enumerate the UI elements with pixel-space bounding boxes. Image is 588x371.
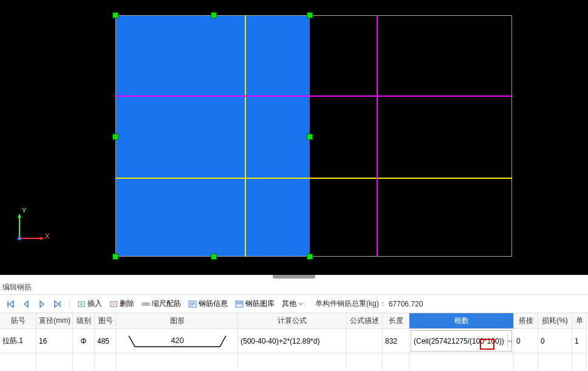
cell-count[interactable]: ⋯: [409, 329, 514, 353]
insert-label: 插入: [87, 299, 102, 309]
delete-label: 删除: [120, 299, 134, 309]
chevron-down-icon: [298, 302, 303, 307]
rebar-shape-icon: 420: [120, 331, 235, 352]
other-label: 其他: [282, 299, 296, 309]
svg-marker-3: [18, 214, 21, 218]
pane-title: 编辑钢筋: [0, 279, 588, 294]
col-formula-desc[interactable]: 公式描述: [346, 313, 383, 329]
cell-lap[interactable]: 0: [514, 329, 538, 353]
nav-next-button[interactable]: [35, 299, 49, 310]
grid-line-vertical: [245, 15, 246, 257]
col-loss[interactable]: 损耗(%): [538, 313, 572, 329]
cell-shape[interactable]: 420: [117, 329, 238, 353]
cell-formula[interactable]: (500-40-40)+2*(12.89*d): [238, 329, 346, 353]
grid-header-row: 筋号 直径(mm) 级别 图号 图形 计算公式 公式描述 长度 根数 搭接 损耗…: [0, 313, 588, 329]
col-shape-no[interactable]: 图号: [95, 313, 117, 329]
nav-first-button[interactable]: [4, 299, 17, 310]
empty-cell[interactable]: [238, 353, 346, 371]
col-single[interactable]: 单: [572, 313, 587, 329]
count-editor[interactable]: ⋯: [411, 330, 512, 352]
grip-handle[interactable]: [112, 254, 118, 260]
grip-handle[interactable]: [112, 134, 118, 140]
svg-rect-11: [240, 302, 242, 304]
grip-handle[interactable]: [307, 12, 313, 18]
cell-loss[interactable]: 0: [538, 329, 572, 353]
insert-button[interactable]: 插入: [75, 297, 104, 310]
grip-handle[interactable]: [211, 12, 217, 18]
total-weight-label: 单构件钢筋总重(kg)：: [315, 299, 386, 309]
cell-shape-no[interactable]: 485: [95, 329, 117, 353]
axis-y-label: Y: [22, 207, 26, 214]
table-row-empty[interactable]: [0, 353, 588, 371]
svg-marker-1: [40, 237, 44, 240]
col-dia[interactable]: 直径(mm): [36, 313, 73, 329]
shape-dim: 420: [171, 336, 184, 345]
nav-last-button[interactable]: [51, 299, 64, 310]
axis-line-horizontal: [115, 95, 512, 97]
grip-handle[interactable]: [307, 134, 313, 140]
axis-line-vertical: [377, 15, 378, 257]
empty-cell[interactable]: [409, 353, 514, 371]
ruler-label: 缩尺配筋: [152, 299, 181, 309]
empty-cell[interactable]: [36, 353, 73, 371]
separator: [69, 299, 70, 309]
cell-single[interactable]: 1: [572, 329, 587, 353]
info-button[interactable]: 钢筋信息: [186, 297, 230, 310]
rebar-toolbar: 插入 删除 缩尺配筋 钢筋信息 钢筋图库 其他 单构件钢筋总重(kg)： 677…: [0, 294, 588, 313]
empty-cell[interactable]: [95, 353, 117, 371]
cell-grade[interactable]: Φ: [73, 329, 95, 353]
other-dropdown[interactable]: 其他: [279, 297, 306, 310]
drawing-area[interactable]: [115, 15, 512, 257]
slab-outline: [115, 15, 512, 257]
ruler-button[interactable]: 缩尺配筋: [139, 297, 183, 310]
bottom-panel: 编辑钢筋 插入 删除 缩尺配筋 钢筋信息 钢筋图库 其他: [0, 275, 588, 371]
empty-cell[interactable]: [117, 353, 238, 371]
library-button[interactable]: 钢筋图库: [233, 297, 277, 310]
col-length[interactable]: 长度: [383, 313, 409, 329]
cell-id[interactable]: 拉筋.1: [0, 329, 36, 353]
table-row[interactable]: 拉筋.1 16 Φ 485 420 (500-40-40)+2*(12.89*d…: [0, 329, 588, 353]
col-id[interactable]: 筋号: [0, 313, 36, 329]
info-label: 钢筋信息: [199, 299, 228, 309]
empty-cell[interactable]: [73, 353, 95, 371]
cad-viewport[interactable]: X Y: [0, 0, 588, 275]
grip-handle[interactable]: [211, 254, 217, 260]
col-formula[interactable]: 计算公式: [238, 313, 346, 329]
axis-x-label: X: [45, 232, 49, 240]
grip-handle[interactable]: [307, 254, 313, 260]
col-lap[interactable]: 搭接: [514, 313, 538, 329]
grip-handle[interactable]: [112, 12, 118, 18]
cell-length[interactable]: 832: [383, 329, 409, 353]
empty-cell[interactable]: [572, 353, 587, 371]
col-count[interactable]: 根数: [409, 313, 514, 329]
editor-more-button[interactable]: ⋯: [507, 335, 514, 348]
empty-cell[interactable]: [538, 353, 572, 371]
ucs-icon: X Y: [13, 208, 50, 244]
grid-line-horizontal: [115, 178, 512, 179]
empty-cell[interactable]: [0, 353, 36, 371]
total-weight-value: 67706.720: [389, 300, 423, 308]
cell-dia[interactable]: 16: [36, 329, 73, 353]
cell-formula-desc[interactable]: [346, 329, 383, 353]
col-shape[interactable]: 图形: [117, 313, 238, 329]
empty-cell[interactable]: [383, 353, 409, 371]
delete-button[interactable]: 删除: [107, 297, 137, 310]
rebar-grid: 筋号 直径(mm) 级别 图号 图形 计算公式 公式描述 长度 根数 搭接 损耗…: [0, 313, 588, 371]
count-input[interactable]: [411, 337, 507, 345]
empty-cell[interactable]: [346, 353, 383, 371]
svg-rect-10: [237, 302, 239, 304]
library-label: 钢筋图库: [245, 299, 275, 309]
nav-prev-button[interactable]: [19, 299, 33, 310]
svg-point-4: [18, 237, 21, 240]
empty-cell[interactable]: [514, 353, 538, 371]
col-grade[interactable]: 级别: [73, 313, 95, 329]
